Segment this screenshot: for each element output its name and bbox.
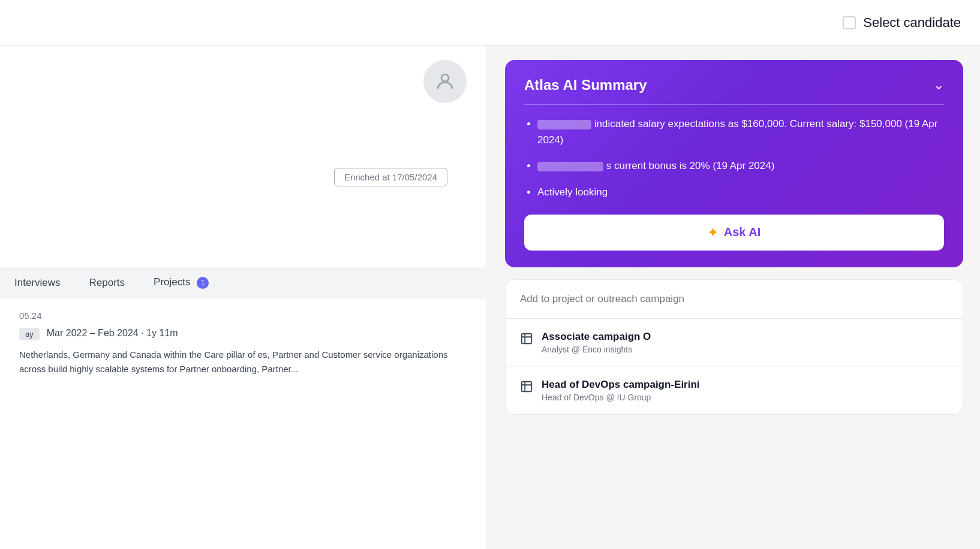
tab-projects[interactable]: Projects 1 bbox=[139, 268, 223, 297]
ai-bullet-3: Actively looking bbox=[537, 184, 944, 200]
job-tag: ay bbox=[19, 328, 40, 340]
ai-summary-title: Atlas AI Summary bbox=[524, 77, 647, 93]
ai-summary-header: Atlas AI Summary ⌄ bbox=[524, 77, 944, 105]
redacted-name-2 bbox=[537, 162, 603, 171]
tab-reports[interactable]: Reports bbox=[75, 269, 140, 297]
date-text: 05.24 bbox=[19, 310, 467, 321]
job-description: Netherlands, Germany and Canada within t… bbox=[19, 348, 467, 376]
person-icon bbox=[434, 71, 456, 92]
sparkle-icon: ✦ bbox=[708, 225, 718, 240]
campaign-2-sub: Head of DevOps @ IU Group bbox=[542, 393, 700, 402]
bullet-2-text: s current bonus is 20% (19 Apr 2024) bbox=[606, 160, 775, 171]
campaign-1-info: Associate campaign O Analyst @ Enco insi… bbox=[542, 331, 651, 354]
enriched-badge: Enriched at 17/05/2024 bbox=[334, 168, 447, 186]
outreach-card: Associate campaign O Analyst @ Enco insi… bbox=[505, 279, 963, 415]
select-candidate-label: Select candidate bbox=[863, 15, 961, 31]
campaign-item-1[interactable]: Associate campaign O Analyst @ Enco insi… bbox=[506, 319, 963, 367]
content-area: 05.24 ay Mar 2022 – Feb 2024 · 1y 11m Ne… bbox=[0, 298, 486, 388]
job-duration: Mar 2022 – Feb 2024 · 1y 11m bbox=[47, 328, 178, 339]
job-row: ay Mar 2022 – Feb 2024 · 1y 11m bbox=[19, 328, 467, 340]
svg-rect-4 bbox=[522, 382, 532, 392]
chevron-down-icon[interactable]: ⌄ bbox=[933, 77, 944, 93]
tab-interviews[interactable]: Interviews bbox=[0, 269, 75, 297]
bullet-3-text: Actively looking bbox=[537, 186, 608, 198]
top-bar: Select candidate bbox=[0, 0, 980, 46]
campaign-1-sub: Analyst @ Enco insights bbox=[542, 345, 651, 354]
ai-bullet-2: s current bonus is 20% (19 Apr 2024) bbox=[537, 158, 944, 174]
svg-point-0 bbox=[441, 74, 449, 82]
campaign-1-name: Associate campaign O bbox=[542, 331, 651, 343]
campaign-icon-2 bbox=[520, 380, 533, 396]
select-candidate-wrapper: Select candidate bbox=[843, 15, 961, 31]
tabs-bar: Interviews Reports Projects 1 bbox=[0, 267, 486, 298]
ask-ai-button[interactable]: ✦ Ask AI bbox=[524, 215, 944, 251]
outreach-search-input[interactable] bbox=[506, 280, 963, 319]
right-panel: Atlas AI Summary ⌄ indicated salary expe… bbox=[488, 46, 980, 429]
ai-bullet-1: indicated salary expectations as $160,00… bbox=[537, 116, 944, 148]
campaign-2-name: Head of DevOps campaign-Eirini bbox=[542, 379, 700, 391]
select-candidate-checkbox[interactable] bbox=[843, 16, 856, 29]
avatar-area bbox=[0, 46, 486, 113]
campaign-icon-1 bbox=[520, 332, 533, 348]
projects-badge: 1 bbox=[197, 277, 209, 289]
avatar bbox=[423, 60, 467, 103]
redacted-name-1 bbox=[537, 120, 591, 129]
ask-ai-label: Ask AI bbox=[724, 225, 761, 239]
ai-summary-card: Atlas AI Summary ⌄ indicated salary expe… bbox=[505, 60, 963, 267]
bullet-1-text: indicated salary expectations as $160,00… bbox=[537, 118, 937, 146]
svg-rect-1 bbox=[522, 334, 532, 344]
left-panel: Enriched at 17/05/2024 Interviews Report… bbox=[0, 46, 486, 549]
campaign-2-info: Head of DevOps campaign-Eirini Head of D… bbox=[542, 379, 700, 402]
campaign-item-2[interactable]: Head of DevOps campaign-Eirini Head of D… bbox=[506, 367, 963, 414]
ai-bullets: indicated salary expectations as $160,00… bbox=[524, 116, 944, 200]
